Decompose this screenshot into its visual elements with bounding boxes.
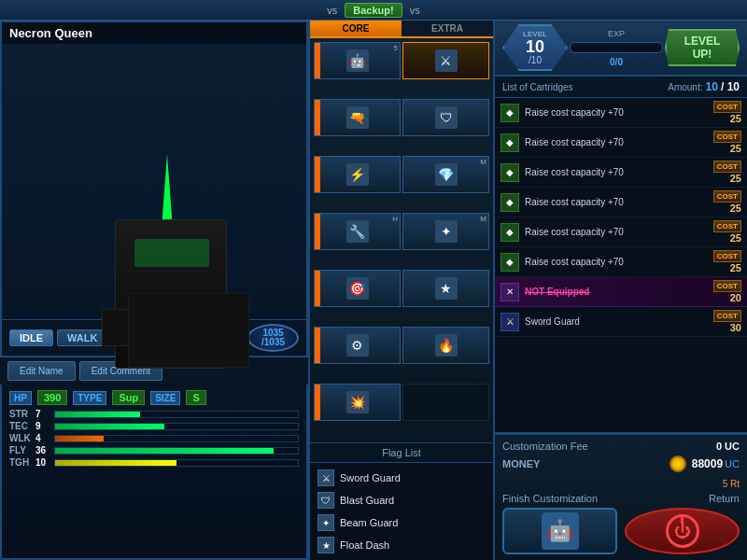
orange-indicator: [315, 43, 320, 78]
cart-name: Raise cost capacity +70: [525, 197, 713, 207]
cost-num: 25: [730, 203, 741, 214]
amount-max: / 10: [721, 80, 740, 93]
wlk-bar-container: [54, 435, 299, 442]
cart-icon: ◆: [500, 223, 519, 242]
slot-item[interactable]: 🤖 5: [314, 42, 401, 79]
orange-indicator: [315, 157, 320, 192]
backup-button[interactable]: Backup!: [345, 3, 402, 18]
cost-num: 20: [730, 292, 741, 303]
cartridge-item[interactable]: ◆ Raise cost capacity +70 COST 25: [495, 128, 747, 158]
character-body: [98, 145, 210, 294]
cost-num: 30: [730, 322, 741, 333]
idle-button[interactable]: IDLE: [9, 329, 53, 346]
slot-item[interactable]: ★: [402, 270, 489, 307]
slot-item[interactable]: ✦ M: [402, 213, 489, 250]
level-up-button[interactable]: LEVEL UP!: [665, 29, 740, 66]
flag-list: ⚔ Sword Guard 🛡 Blast Guard ✦ Beam Guard…: [310, 462, 493, 560]
type-value: Sup: [112, 390, 145, 405]
money-row: MONEY 88009 UC: [502, 455, 740, 472]
return-label: Return: [709, 493, 740, 504]
tgh-value: 10: [35, 457, 54, 468]
slot-icon: 🔥: [435, 334, 458, 357]
money-rt-row: 5 Rt: [502, 478, 740, 489]
sword-guard-icon: ⚔: [317, 469, 334, 486]
cart-cost: COST 25: [713, 190, 741, 214]
cartridge-item[interactable]: ◆ Raise cost capacity +70 COST 25: [495, 158, 747, 188]
slot-item[interactable]: 🎯: [314, 270, 401, 307]
cartridge-item[interactable]: ◆ Raise cost capacity +70 COST 25: [495, 247, 747, 277]
flag-item-beam-guard[interactable]: ✦ Beam Guard: [314, 511, 489, 534]
robot-chest-detail: [134, 239, 209, 267]
stats-panel: HP 390 TYPE Sup SIZE S STR 7 TEC 9: [0, 385, 308, 560]
fly-value: 36: [35, 445, 54, 455]
flag-item-blast-guard[interactable]: 🛡 Blast Guard: [314, 489, 489, 511]
slot-item[interactable]: 🔥: [402, 327, 489, 364]
slot-item[interactable]: ⚡: [314, 156, 401, 193]
tec-bar-container: [54, 423, 299, 430]
cartridge-item[interactable]: ◆ Raise cost capacity +70 COST 25: [495, 217, 747, 247]
character-silhouette: [70, 61, 238, 303]
slot-item[interactable]: 🔫: [314, 99, 401, 136]
cartridge-item[interactable]: ◆ Raise cost capacity +70 COST 25: [495, 98, 747, 128]
hp-label: HP: [9, 391, 32, 405]
return-button[interactable]: ⏻: [625, 508, 740, 554]
money-label: MONEY: [502, 458, 540, 469]
character-display: Necron Queen IDLE WALK: [0, 21, 308, 357]
cartridge-label: List of Cartridges: [502, 82, 573, 92]
right-panel: LEVEL 10 /10 EXP 0/0 LEVEL UP! List of C…: [495, 21, 747, 560]
character-name: Necron Queen: [2, 22, 306, 44]
cost-tag: COST: [713, 310, 741, 322]
wlk-value: 4: [35, 433, 54, 443]
fly-label: FLY: [9, 445, 35, 455]
flag-item-sword-guard[interactable]: ⚔ Sword Guard: [314, 467, 489, 489]
robot-finish-icon: 🤖: [542, 512, 579, 550]
level-max: /10: [529, 55, 542, 65]
cart-cost: COST 25: [713, 131, 741, 154]
cart-name: Raise cost capacity +70: [525, 167, 713, 177]
slot-item[interactable]: 🛡: [402, 99, 489, 136]
cart-name: Raise cost capacity +70: [525, 107, 713, 118]
level-value: 10: [526, 38, 544, 55]
orange-indicator: [315, 214, 320, 249]
slot-item[interactable]: 💎 M: [402, 156, 489, 193]
slot-item[interactable]: 🔧 H: [314, 213, 401, 250]
center-panel: CORE EXTRA 🤖 5 ⚔ 🔫 🛡: [308, 21, 495, 560]
cart-icon-special: ✕: [500, 283, 519, 301]
wlk-label: WLK: [9, 433, 35, 443]
blast-guard-icon: 🛡: [317, 492, 334, 509]
amount-value: 10: [706, 80, 718, 93]
orange-indicator: [315, 385, 320, 420]
cost-tag: COST: [713, 131, 741, 143]
level-header: LEVEL 10 /10 EXP 0/0 LEVEL UP!: [495, 21, 747, 77]
tec-label: TEC: [9, 421, 35, 431]
cost-max: /1035: [261, 338, 285, 347]
cartridge-item-not-equipped[interactable]: ✕ NOT Equipped COST 20: [495, 277, 747, 307]
extra-tab[interactable]: EXTRA: [402, 21, 493, 36]
fly-bar-container: [54, 447, 299, 455]
money-uc-label: UC: [725, 458, 740, 469]
slot-icon: 💎: [435, 163, 458, 186]
cartridge-item[interactable]: ◆ Raise cost capacity +70 COST 25: [495, 188, 747, 217]
finish-label: Finish Customization: [502, 493, 598, 504]
size-value: S: [186, 390, 205, 405]
slot-item[interactable]: ⚔: [402, 42, 489, 79]
cartridge-item-sword-guard[interactable]: ⚔ Sword Guard COST 30: [495, 307, 747, 337]
slot-badge: H: [392, 215, 398, 223]
type-label: TYPE: [73, 391, 106, 405]
flag-item-float-dash[interactable]: ★ Float Dash: [314, 534, 489, 556]
core-tab[interactable]: CORE: [310, 21, 402, 36]
finish-customization-button[interactable]: 🤖: [502, 508, 617, 554]
money-coin-icon: [669, 455, 686, 472]
slot-item[interactable]: ⚙: [314, 327, 401, 364]
orange-indicator: [315, 100, 320, 135]
slot-item-empty[interactable]: [402, 384, 489, 421]
cart-cost: COST 20: [713, 280, 741, 303]
walk-button[interactable]: WALK: [57, 329, 107, 346]
edit-name-button[interactable]: Edit Name: [7, 361, 76, 381]
cost-num: 25: [730, 232, 741, 244]
cost-tag: COST: [713, 280, 741, 292]
slot-item[interactable]: 💥: [314, 384, 401, 421]
cost-num: 25: [730, 173, 741, 184]
slot-icon: 🤖: [346, 49, 369, 72]
cart-icon: ◆: [500, 104, 519, 122]
